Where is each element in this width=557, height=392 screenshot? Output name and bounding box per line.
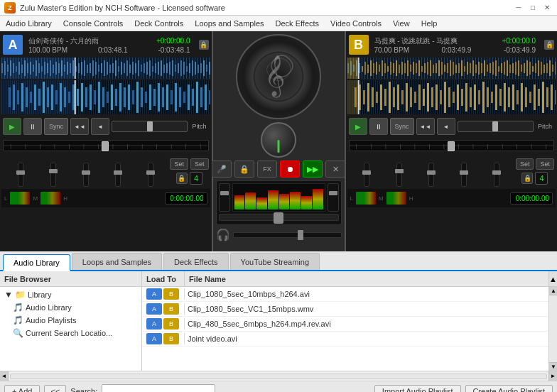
svg-rect-174	[472, 60, 474, 76]
menu-audio-library[interactable]: Audio Library	[0, 16, 58, 31]
center-lock-button[interactable]: 🔒	[234, 160, 254, 178]
column-scroll-btn[interactable]: ▲	[548, 271, 557, 286]
menu-loops-and-samples[interactable]: Loops and Samples	[189, 16, 269, 31]
tree-item-current-search[interactable]: 🔍 Current Search Locatio...	[1, 327, 140, 339]
menu-console-controls[interactable]: Console Controls	[58, 16, 129, 31]
load-a-button-0[interactable]: A	[146, 288, 162, 300]
maximize-button[interactable]: □	[527, 2, 539, 13]
svg-rect-193	[526, 60, 528, 76]
deck-a-pause-button[interactable]: ⏸	[23, 118, 42, 135]
tree-item-audio-library[interactable]: 🎵 Audio Library	[1, 301, 140, 314]
mic-button[interactable]: 🎤	[212, 160, 232, 178]
deck-b-eq-slider[interactable]: | | | | | | | | | | | | | |	[349, 140, 555, 151]
crossfade-button[interactable]: ✕	[325, 160, 345, 178]
deck-a-eq-mid-low[interactable]	[38, 163, 69, 187]
file-row-2[interactable]: A B Clip_480_5sec_6mbps_h264.mp4.rev.avi	[142, 317, 548, 332]
import-playlist-button[interactable]: Import Audio Playlist	[374, 385, 461, 393]
load-b-button-3[interactable]: B	[163, 333, 179, 344]
file-tree[interactable]: ▼ 📁 Library 🎵 Audio Library 🎵 Audio Play…	[0, 287, 142, 371]
headphone-volume[interactable]	[233, 232, 342, 238]
svg-rect-234	[470, 87, 472, 107]
deck-a-set-button-1[interactable]: Set	[170, 158, 188, 170]
load-a-button-2[interactable]: A	[146, 318, 162, 330]
menu-video-controls[interactable]: Video Controls	[325, 16, 387, 31]
file-row-3[interactable]: A B Joint video.avi	[142, 332, 548, 347]
minimize-button[interactable]: ─	[513, 2, 524, 13]
tab-youtube-streaming[interactable]: YouTube Streaming	[230, 253, 320, 270]
crossfader-area	[216, 180, 342, 225]
deck-b-play-button[interactable]: ▶	[349, 118, 367, 135]
deck-b-eq-low[interactable]	[352, 163, 382, 187]
svg-rect-144	[387, 66, 389, 72]
crossfader-left-level[interactable]	[219, 183, 230, 212]
deck-a-nudge-button[interactable]: ◄	[91, 118, 109, 135]
deck-a-eq-high[interactable]	[136, 163, 166, 187]
forward-button[interactable]: ▶▶	[303, 160, 323, 178]
deck-a-sync-button[interactable]: Sync	[44, 118, 68, 135]
file-list[interactable]: A B Clip_1080_5sec_10mbps_h264.avi A B C…	[142, 287, 548, 371]
load-b-button-1[interactable]: B	[163, 303, 179, 315]
deck-a-lock-icon[interactable]: 🔒	[199, 40, 209, 50]
menu-deck-controls[interactable]: Deck Controls	[129, 16, 189, 31]
deck-b-sync-button[interactable]: Sync	[390, 118, 414, 135]
file-row-1[interactable]: A B Clip_1080_5sec_VC1_15mbps.wmv	[142, 302, 548, 317]
tab-loops-and-samples[interactable]: Loops and Samples	[72, 253, 162, 270]
deck-a-eq-low[interactable]	[6, 163, 36, 187]
tree-item-audio-playlists[interactable]: 🎵 Audio Playlists	[1, 314, 140, 327]
scroll-up-btn[interactable]: ▲	[549, 287, 557, 295]
deck-b-eq-high[interactable]	[481, 163, 512, 187]
record-button[interactable]: ⏺	[280, 160, 300, 178]
menu-view[interactable]: View	[387, 16, 416, 31]
deck-b-cue-button[interactable]: ◄◄	[416, 118, 435, 135]
deck-b-set-button-2[interactable]: Set	[536, 158, 554, 170]
deck-b-eq-mid-high[interactable]	[449, 163, 480, 187]
deck-a-eq-mid-high[interactable]	[103, 163, 134, 187]
scroll-right-btn[interactable]: ►	[548, 371, 557, 381]
deck-b-set-button-1[interactable]: Set	[516, 158, 534, 170]
tab-audio-library[interactable]: Audio Library	[3, 254, 70, 271]
menu-deck-effects[interactable]: Deck Effects	[270, 16, 325, 31]
deck-a-pitch-slider[interactable]	[112, 121, 188, 132]
load-a-button-1[interactable]: A	[146, 303, 162, 315]
load-b-button-2[interactable]: B	[163, 318, 179, 330]
deck-a-play-button[interactable]: ▶	[3, 118, 21, 135]
deck-b-eq-mid-low[interactable]	[384, 163, 414, 187]
file-row-0[interactable]: A B Clip_1080_5sec_10mbps_h264.avi	[142, 287, 548, 302]
search-input[interactable]	[102, 384, 215, 393]
horizontal-scroll[interactable]: ◄ ►	[0, 371, 557, 381]
title-bar-controls[interactable]: ─ □ ✕	[513, 2, 553, 13]
file-scrollbar[interactable]: ▲ ▼	[548, 287, 557, 371]
load-a-button-3[interactable]: A	[146, 333, 162, 344]
nav-back-button[interactable]: <<	[44, 385, 66, 393]
svg-rect-84	[34, 85, 36, 110]
tree-item-library[interactable]: ▼ 📁 Library	[1, 288, 140, 301]
crossfader-right-level[interactable]	[328, 183, 339, 212]
deck-a-set-button-2[interactable]: Set	[190, 158, 209, 170]
crossfader-track[interactable]	[219, 214, 339, 221]
deck-a-lock-btn[interactable]: 🔒	[176, 173, 188, 184]
svg-rect-36	[101, 63, 102, 73]
scroll-down-btn[interactable]: ▼	[549, 362, 557, 371]
deck-a-eq-mid[interactable]	[70, 163, 101, 187]
svg-rect-58	[163, 65, 165, 73]
crossfader-knob[interactable]	[274, 212, 283, 224]
scroll-left-btn[interactable]: ◄	[0, 371, 9, 381]
deck-a-eq-slider[interactable]: | | | | | | | | | | | | | |	[3, 140, 209, 151]
deck-b-lock-icon[interactable]: 🔒	[544, 40, 554, 50]
deck-b-eq-mid[interactable]	[416, 163, 447, 187]
load-b-button-0[interactable]: B	[163, 288, 179, 300]
tab-deck-effects[interactable]: Deck Effects	[163, 253, 229, 270]
deck-b-lock-btn[interactable]: 🔒	[521, 173, 533, 184]
deck-b-pitch-slider[interactable]	[458, 121, 534, 132]
deck-b-pause-button[interactable]: ⏸	[369, 118, 388, 135]
deck-a-cue-button[interactable]: ◄◄	[70, 118, 89, 135]
fx-button[interactable]: FX	[257, 160, 277, 178]
h-scrollbar-track[interactable]	[10, 374, 547, 379]
add-button[interactable]: + Add	[4, 385, 40, 393]
volume-knob[interactable]	[261, 122, 296, 158]
close-button[interactable]: ✕	[541, 2, 553, 13]
menu-help[interactable]: Help	[416, 16, 443, 31]
deck-b-nudge-button[interactable]: ◄	[437, 118, 455, 135]
create-playlist-button[interactable]: Create Audio Playlist	[465, 385, 553, 393]
svg-rect-156	[421, 66, 423, 72]
